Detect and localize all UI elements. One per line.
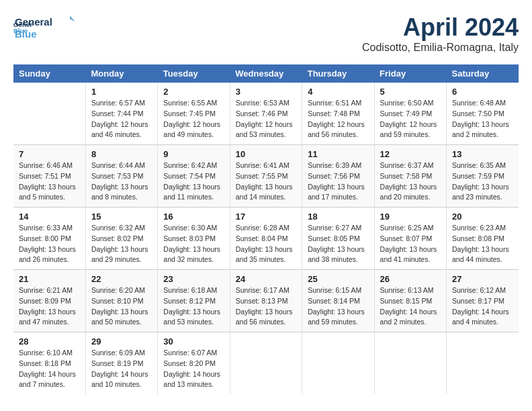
sunset-text: Sunset: 8:20 PM [163, 359, 224, 369]
daylight-text: Daylight: 13 hours and 23 minutes. [452, 182, 513, 203]
day-cell: 16Sunrise: 6:30 AMSunset: 8:03 PMDayligh… [158, 208, 230, 270]
day-number: 22 [91, 274, 152, 284]
day-detail: Sunrise: 6:12 AMSunset: 8:17 PMDaylight:… [452, 285, 513, 328]
sunset-text: Sunset: 8:08 PM [452, 234, 513, 244]
sunset-text: Sunset: 7:51 PM [19, 171, 80, 182]
sunrise-text: Sunrise: 6:44 AM [91, 161, 152, 171]
day-cell [230, 332, 302, 395]
sunrise-text: Sunrise: 6:48 AM [452, 98, 513, 109]
sunrise-text: Sunrise: 6:42 AM [163, 161, 224, 171]
day-number: 19 [380, 212, 441, 222]
day-cell: 15Sunrise: 6:32 AMSunset: 8:02 PMDayligh… [85, 208, 157, 270]
sunrise-text: Sunrise: 6:12 AM [452, 285, 513, 296]
sunrise-text: Sunrise: 6:13 AM [380, 285, 441, 296]
day-detail: Sunrise: 6:37 AMSunset: 7:58 PMDaylight:… [380, 161, 441, 203]
sunset-text: Sunset: 8:03 PM [163, 234, 224, 244]
column-header-sunday: Sunday [13, 64, 85, 83]
day-detail: Sunrise: 6:57 AMSunset: 7:44 PMDaylight:… [91, 98, 152, 140]
day-detail: Sunrise: 6:20 AMSunset: 8:10 PMDaylight:… [91, 285, 152, 328]
day-number: 1 [91, 87, 152, 97]
daylight-text: Daylight: 14 hours and 10 minutes. [91, 369, 152, 391]
sunset-text: Sunset: 8:17 PM [452, 296, 513, 307]
day-detail: Sunrise: 6:42 AMSunset: 7:54 PMDaylight:… [163, 161, 224, 203]
day-number: 2 [163, 87, 224, 97]
day-number: 26 [380, 274, 441, 284]
daylight-text: Daylight: 13 hours and 44 minutes. [452, 244, 513, 266]
day-cell: 2Sunrise: 6:55 AMSunset: 7:45 PMDaylight… [158, 83, 230, 145]
day-detail: Sunrise: 6:51 AMSunset: 7:48 PMDaylight:… [308, 98, 368, 140]
sunrise-text: Sunrise: 6:10 AM [19, 348, 80, 359]
day-cell: 17Sunrise: 6:28 AMSunset: 8:04 PMDayligh… [230, 208, 302, 270]
day-detail: Sunrise: 6:30 AMSunset: 8:03 PMDaylight:… [163, 223, 224, 265]
day-number: 9 [163, 149, 224, 159]
sunrise-text: Sunrise: 6:55 AM [163, 98, 224, 109]
sunset-text: Sunset: 8:19 PM [91, 359, 152, 369]
logo-svg: General Blue [15, 13, 75, 42]
day-cell: 11Sunrise: 6:39 AMSunset: 7:56 PMDayligh… [302, 145, 374, 208]
sunset-text: Sunset: 7:54 PM [163, 171, 224, 182]
week-row-1: 1Sunrise: 6:57 AMSunset: 7:44 PMDaylight… [13, 83, 519, 145]
daylight-text: Daylight: 12 hours and 56 minutes. [308, 120, 368, 141]
day-cell: 1Sunrise: 6:57 AMSunset: 7:44 PMDaylight… [85, 83, 157, 145]
day-number: 27 [452, 274, 513, 284]
day-number: 6 [452, 87, 513, 97]
column-header-friday: Friday [374, 64, 446, 83]
day-detail: Sunrise: 6:53 AMSunset: 7:46 PMDaylight:… [236, 98, 296, 140]
sunrise-text: Sunrise: 6:50 AM [380, 98, 441, 109]
day-number: 11 [308, 149, 368, 159]
sunset-text: Sunset: 8:14 PM [308, 296, 368, 307]
day-number: 12 [380, 149, 441, 159]
day-cell: 13Sunrise: 6:35 AMSunset: 7:59 PMDayligh… [447, 145, 519, 208]
day-detail: Sunrise: 6:55 AMSunset: 7:45 PMDaylight:… [163, 98, 224, 140]
daylight-text: Daylight: 13 hours and 26 minutes. [19, 244, 80, 266]
daylight-text: Daylight: 14 hours and 2 minutes. [380, 307, 441, 328]
sunset-text: Sunset: 7:50 PM [452, 109, 513, 120]
sunrise-text: Sunrise: 6:46 AM [19, 161, 80, 171]
daylight-text: Daylight: 13 hours and 32 minutes. [163, 244, 224, 266]
day-number: 17 [236, 212, 296, 222]
calendar-title: April 2024 [362, 13, 519, 42]
daylight-text: Daylight: 12 hours and 59 minutes. [380, 120, 441, 141]
sunrise-text: Sunrise: 6:27 AM [308, 223, 368, 234]
sunrise-text: Sunrise: 6:57 AM [91, 98, 152, 109]
day-cell: 7Sunrise: 6:46 AMSunset: 7:51 PMDaylight… [13, 145, 85, 208]
day-detail: Sunrise: 6:46 AMSunset: 7:51 PMDaylight:… [19, 161, 80, 203]
logo: General Blue General Blue [13, 13, 75, 42]
sunrise-text: Sunrise: 6:15 AM [308, 285, 368, 296]
day-number: 10 [236, 149, 296, 159]
day-cell: 8Sunrise: 6:44 AMSunset: 7:53 PMDaylight… [85, 145, 157, 208]
daylight-text: Daylight: 13 hours and 53 minutes. [163, 307, 224, 328]
day-number: 7 [19, 149, 80, 159]
daylight-text: Daylight: 13 hours and 59 minutes. [308, 307, 368, 328]
day-detail: Sunrise: 6:32 AMSunset: 8:02 PMDaylight:… [91, 223, 152, 265]
daylight-text: Daylight: 13 hours and 50 minutes. [91, 307, 152, 328]
day-cell [374, 332, 446, 395]
day-cell: 10Sunrise: 6:41 AMSunset: 7:55 PMDayligh… [230, 145, 302, 208]
column-header-saturday: Saturday [447, 64, 519, 83]
day-number: 20 [452, 212, 513, 222]
day-cell: 22Sunrise: 6:20 AMSunset: 8:10 PMDayligh… [85, 270, 157, 332]
sunset-text: Sunset: 7:49 PM [380, 109, 441, 120]
sunrise-text: Sunrise: 6:53 AM [236, 98, 296, 109]
daylight-text: Daylight: 13 hours and 35 minutes. [236, 244, 296, 266]
sunrise-text: Sunrise: 6:28 AM [236, 223, 296, 234]
daylight-text: Daylight: 13 hours and 8 minutes. [91, 182, 152, 203]
day-number: 28 [19, 336, 80, 347]
day-number: 24 [236, 274, 296, 284]
sunrise-text: Sunrise: 6:35 AM [452, 161, 513, 171]
daylight-text: Daylight: 13 hours and 29 minutes. [91, 244, 152, 266]
week-row-5: 28Sunrise: 6:10 AMSunset: 8:18 PMDayligh… [13, 332, 519, 395]
day-detail: Sunrise: 6:13 AMSunset: 8:15 PMDaylight:… [380, 285, 441, 328]
column-header-monday: Monday [85, 64, 157, 83]
sunset-text: Sunset: 8:13 PM [236, 296, 296, 307]
day-cell: 21Sunrise: 6:21 AMSunset: 8:09 PMDayligh… [13, 270, 85, 332]
day-number: 23 [163, 274, 224, 284]
day-number: 3 [236, 87, 296, 97]
daylight-text: Daylight: 13 hours and 56 minutes. [236, 307, 296, 328]
sunset-text: Sunset: 8:09 PM [19, 296, 80, 307]
day-detail: Sunrise: 6:48 AMSunset: 7:50 PMDaylight:… [452, 98, 513, 140]
sunrise-text: Sunrise: 6:39 AM [308, 161, 368, 171]
daylight-text: Daylight: 13 hours and 11 minutes. [163, 182, 224, 203]
sunrise-text: Sunrise: 6:32 AM [91, 223, 152, 234]
calendar-table: SundayMondayTuesdayWednesdayThursdayFrid… [13, 64, 519, 394]
